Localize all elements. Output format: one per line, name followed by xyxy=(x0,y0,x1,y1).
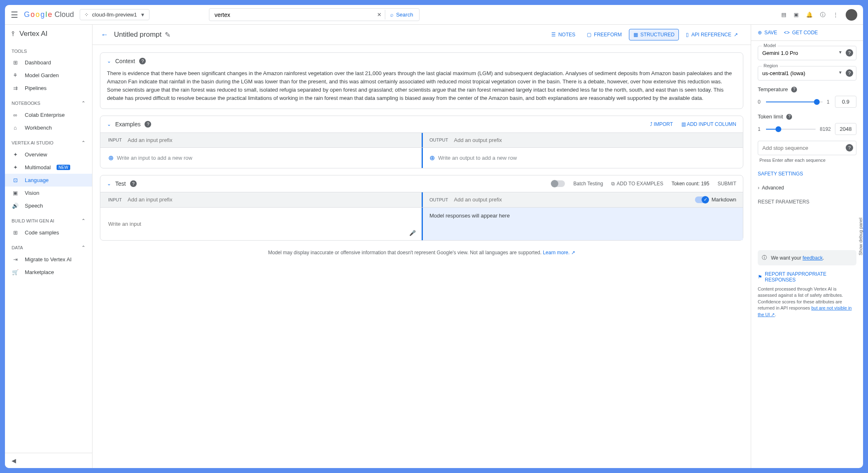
cat-studio[interactable]: VERTEX AI STUDIO⌃ xyxy=(5,134,92,148)
save-button[interactable]: ⊕SAVE xyxy=(758,30,777,35)
sidebar-item-label: Model Garden xyxy=(25,72,59,78)
cloud-logo[interactable]: Google Cloud xyxy=(24,10,74,19)
help-icon[interactable]: ? xyxy=(786,114,792,120)
help-icon[interactable]: ? xyxy=(846,69,853,77)
token-limit-label: Token limit xyxy=(758,114,783,120)
new-badge: NEW xyxy=(57,165,70,170)
sidebar-item-model-garden[interactable]: ⚘Model Garden xyxy=(5,69,92,82)
temperature-param: Temperature? 0 1 0.9 xyxy=(758,86,856,108)
sidebar-item-code-samples[interactable]: ⊞Code samples xyxy=(5,226,92,239)
more-icon[interactable]: ⋮ xyxy=(833,12,838,18)
sidebar-item-speech[interactable]: 🔊Speech xyxy=(5,199,92,212)
example-output-row[interactable]: ⊕Write an output to add a new row xyxy=(422,148,743,168)
test-output-prefix-field[interactable] xyxy=(454,196,689,203)
stop-sequence-field[interactable]: ? xyxy=(758,141,856,155)
sidebar-item-label: Workbench xyxy=(25,125,52,131)
sidebar-item-vision[interactable]: ▣Vision xyxy=(5,187,92,199)
sidebar-item-migrate[interactable]: ⇥Migrate to Vertex AI xyxy=(5,253,92,266)
sidebar-item-multimodal[interactable]: ✦MultimodalNEW xyxy=(5,161,92,174)
sidebar-item-overview[interactable]: ✦Overview xyxy=(5,148,92,161)
editor-icon[interactable]: ▤ xyxy=(781,12,786,18)
output-prefix-field[interactable] xyxy=(454,137,736,143)
sidebar-item-marketplace[interactable]: 🛒Marketplace xyxy=(5,266,92,279)
avatar[interactable] xyxy=(846,9,857,21)
search-input[interactable] xyxy=(214,12,374,18)
speech-icon: 🔊 xyxy=(12,203,19,209)
import-button[interactable]: ⤴ IMPORT xyxy=(650,121,673,127)
chevron-down-icon[interactable]: ⌄ xyxy=(107,181,111,187)
context-text[interactable]: There is evidence that there have been s… xyxy=(100,69,743,109)
region-select[interactable]: Region ▼ ? xyxy=(758,66,856,80)
notifications-icon[interactable]: 🔔 xyxy=(806,12,813,18)
input-prefix-field[interactable] xyxy=(128,137,415,143)
feedback-link[interactable]: feedback xyxy=(802,255,823,261)
test-input-cell[interactable]: 🎤 xyxy=(100,208,422,240)
help-icon[interactable]: ⓘ xyxy=(820,11,825,19)
workbench-icon: ⌂ xyxy=(12,125,19,131)
terminal-icon[interactable]: ▣ xyxy=(794,12,799,18)
test-input[interactable] xyxy=(108,221,415,227)
cat-build[interactable]: BUILD WITH GEN AI⌃ xyxy=(5,212,92,226)
help-icon[interactable]: ? xyxy=(846,144,853,151)
stop-sequence-input[interactable] xyxy=(758,141,856,155)
batch-testing-toggle[interactable] xyxy=(552,180,565,187)
project-name: cloud-llm-preview1 xyxy=(92,12,137,18)
test-input-prefix-field[interactable] xyxy=(128,196,415,203)
add-input-column-button[interactable]: ▥ ADD INPUT COLUMN xyxy=(681,121,736,127)
menu-icon[interactable]: ☰ xyxy=(11,10,18,20)
collapse-sidebar[interactable]: ◀ xyxy=(5,453,92,468)
project-selector[interactable]: ⁘ cloud-llm-preview1 ▼ xyxy=(80,9,149,20)
token-limit-slider[interactable] xyxy=(766,129,816,130)
help-icon[interactable]: ? xyxy=(791,87,797,92)
example-input-row[interactable]: ⊕Write an input to add a new row xyxy=(100,148,422,168)
dashboard-icon: ⊞ xyxy=(12,59,19,66)
product-header[interactable]: ⫯ Vertex AI xyxy=(5,25,92,43)
pipelines-icon: ⇉ xyxy=(12,85,19,91)
add-to-examples-button[interactable]: ⧉ADD TO EXAMPLES xyxy=(611,181,663,187)
plus-icon: ⊕ xyxy=(108,154,114,162)
tab-notes[interactable]: ☰NOTES xyxy=(547,29,580,40)
cat-tools: TOOLS xyxy=(5,43,92,56)
tab-api-reference[interactable]: ▯API REFERENCE↗ xyxy=(681,29,742,40)
back-button[interactable]: ← xyxy=(101,31,108,39)
report-button[interactable]: ⚑REPORT INAPPROPRIATE RESPONSES xyxy=(758,271,856,283)
sidebar-item-workbench[interactable]: ⌂Workbench xyxy=(5,121,92,134)
sidebar-item-dashboard[interactable]: ⊞Dashboard xyxy=(5,56,92,69)
cat-notebooks[interactable]: NOTEBOOKS⌃ xyxy=(5,95,92,109)
mic-icon[interactable]: 🎤 xyxy=(409,230,416,236)
token-limit-value[interactable]: 2048 xyxy=(835,123,856,135)
chevron-down-icon[interactable]: ⌄ xyxy=(107,121,111,127)
sidebar-item-pipelines[interactable]: ⇉Pipelines xyxy=(5,82,92,95)
sidebar-item-label: Colab Enterprise xyxy=(25,112,65,118)
tab-freeform[interactable]: ▢FREEFORM xyxy=(582,29,626,40)
submit-button[interactable]: SUBMIT xyxy=(718,181,736,187)
reset-parameters-button[interactable]: RESET PARAMETERS xyxy=(758,195,856,209)
edit-icon[interactable]: ✎ xyxy=(165,31,171,39)
help-icon[interactable]: ? xyxy=(145,121,151,128)
search-button[interactable]: ⌕ Search xyxy=(385,10,418,19)
help-icon[interactable]: ? xyxy=(130,180,137,187)
debug-panel-toggle[interactable]: Show debug panel xyxy=(858,218,863,255)
clear-icon[interactable]: ✕ xyxy=(374,12,385,18)
examples-title: Examples xyxy=(115,121,140,128)
search-button-label: Search xyxy=(396,12,413,18)
sidebar-item-language[interactable]: ⊡Language xyxy=(5,174,92,187)
model-select[interactable]: Model ▼ ? xyxy=(758,46,856,60)
help-icon[interactable]: ? xyxy=(846,49,853,57)
temperature-value[interactable]: 0.9 xyxy=(835,96,856,108)
tab-structured[interactable]: ▦STRUCTURED xyxy=(629,29,679,40)
model-label: Model xyxy=(762,43,778,48)
get-code-button[interactable]: <>GET CODE xyxy=(784,30,818,35)
advanced-toggle[interactable]: ›Advanced xyxy=(758,181,856,195)
safety-settings-button[interactable]: SAFETY SETTINGS xyxy=(758,167,856,181)
chevron-down-icon[interactable]: ⌄ xyxy=(107,58,111,64)
copy-icon: ⧉ xyxy=(611,181,615,187)
search-bar[interactable]: ✕ ⌕ Search xyxy=(209,8,420,21)
sidebar-item-colab[interactable]: ∞Colab Enterprise xyxy=(5,109,92,121)
temperature-slider[interactable] xyxy=(766,102,823,102)
learn-more-link[interactable]: Learn more. ↗ xyxy=(543,250,575,255)
cat-data[interactable]: DATA⌃ xyxy=(5,239,92,253)
markdown-toggle[interactable] xyxy=(695,196,708,203)
tab-label: API REFERENCE xyxy=(691,32,731,38)
help-icon[interactable]: ? xyxy=(139,58,146,64)
